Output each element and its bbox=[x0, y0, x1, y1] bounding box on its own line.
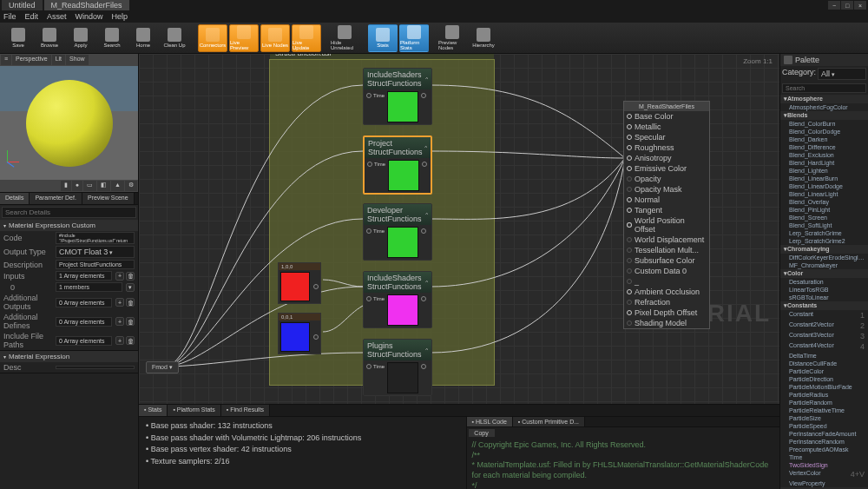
palette-item[interactable]: ParticleSpeed bbox=[780, 422, 868, 430]
menu-asset[interactable]: Asset bbox=[47, 12, 67, 21]
bottom-tab-platform-stats[interactable]: ▪ Platform Stats bbox=[168, 405, 220, 416]
preview-viewport[interactable]: ≡ Perspective Lit Show ▮ ● ▭ ◧ ▲ ⚙ bbox=[0, 54, 138, 193]
palette-cat-color[interactable]: ▾Color bbox=[780, 269, 868, 278]
palette-item[interactable]: ViewProperty bbox=[780, 479, 868, 487]
toolbar-browse[interactable]: Browse bbox=[35, 24, 64, 52]
shape-plane[interactable]: ▭ bbox=[83, 181, 96, 191]
bottom-tab-custom-primitive-d...[interactable]: ▪ Custom Primitive D... bbox=[513, 417, 585, 426]
palette-item[interactable]: Lerp_ScratchGrime bbox=[780, 229, 868, 237]
output-pin-specular[interactable]: Specular bbox=[624, 132, 709, 142]
palette-item[interactable]: Constant1 bbox=[780, 310, 868, 320]
palette-item[interactable]: Blend_Lighten bbox=[780, 167, 868, 175]
output-pin-ambient-occlusion[interactable]: Ambient Occlusion bbox=[624, 287, 709, 297]
palette-item[interactable]: Blend_Overlay bbox=[780, 198, 868, 206]
node-constant-red[interactable]: 1,0,0 bbox=[278, 262, 321, 304]
viewport-options[interactable]: ≡ bbox=[1, 55, 11, 65]
palette-item[interactable]: Blend_LinearLight bbox=[780, 190, 868, 198]
palette-item[interactable]: DiffColorKeyerErodeSinglePass bbox=[780, 254, 868, 261]
toolbar-connectors[interactable]: Connectors bbox=[198, 24, 227, 52]
toolbar-stats[interactable]: Stats bbox=[368, 24, 398, 52]
comment-box[interactable]: StructFunction.usf bbox=[270, 54, 494, 59]
palette-cat-blends[interactable]: ▾Blends bbox=[780, 111, 868, 120]
palette-item[interactable]: Lerp_ScratchGrime2 bbox=[780, 237, 868, 245]
toolbar-live-preview[interactable]: Live Preview bbox=[229, 24, 259, 52]
tab-preview-scene[interactable]: Preview Scene bbox=[82, 193, 135, 204]
palette-item[interactable]: sRGBToLinear bbox=[780, 294, 868, 301]
toolbar-save[interactable]: Save bbox=[3, 24, 33, 52]
palette-item[interactable]: PerInstanceRandom bbox=[780, 438, 868, 446]
palette-item[interactable]: PerInstanceFadeAmount bbox=[780, 430, 868, 438]
palette-item[interactable]: ParticleRadius bbox=[780, 391, 868, 399]
prop-expr-desc[interactable] bbox=[56, 366, 135, 369]
palette-item[interactable]: Blend_Darken bbox=[780, 135, 868, 143]
palette-search[interactable] bbox=[782, 83, 866, 93]
node-inc2[interactable]: IncludeShaders StructFunctions^Time bbox=[363, 271, 432, 328]
toolbar-live-update[interactable]: Live Update bbox=[292, 24, 321, 52]
palette-item[interactable]: ParticleRelativeTime bbox=[780, 406, 868, 414]
bottom-tab-hlsl-code[interactable]: ▪ HLSL Code bbox=[467, 417, 513, 426]
toolbar-preview-nodes[interactable]: Preview Nodes bbox=[437, 24, 467, 52]
window-maximize[interactable]: □ bbox=[841, 1, 853, 10]
window-close[interactable]: × bbox=[854, 1, 866, 10]
node-constant-blue[interactable]: 0,0,1 bbox=[278, 313, 321, 354]
shape-sphere[interactable]: ● bbox=[72, 181, 82, 191]
output-pin-pixel-depth-offset[interactable]: Pixel Depth Offset bbox=[624, 307, 709, 318]
output-pin-emissive-color[interactable]: Emissive Color bbox=[624, 163, 709, 174]
prop-code[interactable]: #include "/Project/StructFunctions.usf" … bbox=[56, 232, 135, 244]
toolbar-search[interactable]: Search bbox=[97, 24, 127, 52]
viewport-lit[interactable]: Lit bbox=[52, 55, 65, 65]
palette-item[interactable]: Constant4Vector4 bbox=[780, 341, 868, 352]
toolbar-home[interactable]: Home bbox=[128, 24, 158, 52]
array-add[interactable]: + bbox=[115, 272, 124, 281]
output-pin-roughness[interactable]: Roughness bbox=[624, 142, 709, 153]
palette-item[interactable]: LinearTosRGB bbox=[780, 286, 868, 294]
bottom-tab-find-results[interactable]: ▪ Find Results bbox=[221, 405, 270, 416]
toolbar-live-nodes[interactable]: Live Nodes bbox=[260, 24, 290, 52]
palette-item[interactable]: DeltaTime bbox=[780, 352, 868, 360]
node-plug[interactable]: Plugins StructFunctions^Time bbox=[363, 339, 432, 396]
output-pin-tangent[interactable]: Tangent bbox=[624, 205, 709, 215]
shape-cylinder[interactable]: ▮ bbox=[61, 181, 71, 191]
prop-inputs[interactable]: 1 Array elements bbox=[56, 271, 112, 281]
palette-item[interactable]: Constant2Vector2 bbox=[780, 320, 868, 331]
palette-item[interactable]: PrecomputedAOMask bbox=[780, 446, 868, 453]
title-tab-untitled[interactable]: Untitled bbox=[2, 0, 43, 10]
tab-parameters[interactable]: Parameter Def. bbox=[30, 193, 82, 204]
bottom-tab-stats[interactable]: ▪ Stats bbox=[139, 405, 168, 416]
section-expression[interactable]: Material Expression bbox=[0, 351, 138, 362]
palette-item[interactable]: ParticleSize bbox=[780, 414, 868, 422]
hlsl-copy-button[interactable]: Copy bbox=[469, 429, 495, 437]
palette-item[interactable]: Time bbox=[780, 453, 868, 461]
palette-item[interactable]: AtmosphericFogColor bbox=[780, 103, 868, 111]
palette-item[interactable]: TwoSidedSign bbox=[780, 461, 868, 469]
menu-help[interactable]: Help bbox=[112, 12, 128, 21]
toolbar-platform-stats[interactable]: Platform Stats bbox=[399, 24, 429, 52]
palette-item[interactable]: Blend_HardLight bbox=[780, 159, 868, 167]
output-pin-base-color[interactable]: Base Color bbox=[624, 111, 709, 122]
palette-item[interactable]: Blend_SoftLight bbox=[780, 221, 868, 229]
tab-details[interactable]: Details bbox=[0, 193, 30, 204]
toolbar-hide-unrelated[interactable]: Hide Unrelated bbox=[330, 24, 359, 52]
output-pin-world-position-offset[interactable]: World Position Offset bbox=[624, 215, 709, 235]
palette-item[interactable]: ParticleDirection bbox=[780, 375, 868, 383]
shape-mesh[interactable]: ▲ bbox=[111, 181, 124, 191]
palette-item[interactable]: Blend_Exclusion bbox=[780, 151, 868, 159]
palette-cat-chromakeying[interactable]: ▾Chromakeying bbox=[780, 245, 868, 254]
palette-item[interactable]: Blend_ColorBurn bbox=[780, 120, 868, 128]
palette-cat-constants[interactable]: ▾Constants bbox=[780, 301, 868, 310]
palette-item[interactable]: Blend_PinLight bbox=[780, 206, 868, 214]
menu-file[interactable]: File bbox=[3, 12, 16, 21]
palette-cat-atmosphere[interactable]: ▾Atmosphere bbox=[780, 95, 868, 103]
prop-input-0[interactable]: 1 members bbox=[56, 282, 122, 292]
node-proj[interactable]: Project StructFunctions^Time bbox=[363, 135, 432, 195]
details-search[interactable] bbox=[2, 207, 136, 218]
palette-item[interactable]: VertexColor4+V bbox=[780, 469, 868, 479]
prop-add-outputs[interactable]: 0 Array elements bbox=[56, 298, 112, 307]
section-custom[interactable]: Material Expression Custom bbox=[0, 220, 138, 231]
prop-output-type[interactable]: CMOT Float 3 ▾ bbox=[56, 246, 135, 258]
viewport-show[interactable]: Show bbox=[66, 55, 89, 65]
window-minimize[interactable]: − bbox=[828, 1, 840, 10]
shape-cube[interactable]: ◧ bbox=[97, 181, 110, 191]
prop-description[interactable]: Project StructFunctions bbox=[56, 260, 135, 269]
palette-item[interactable]: MF_Chromakeyer bbox=[780, 261, 868, 269]
